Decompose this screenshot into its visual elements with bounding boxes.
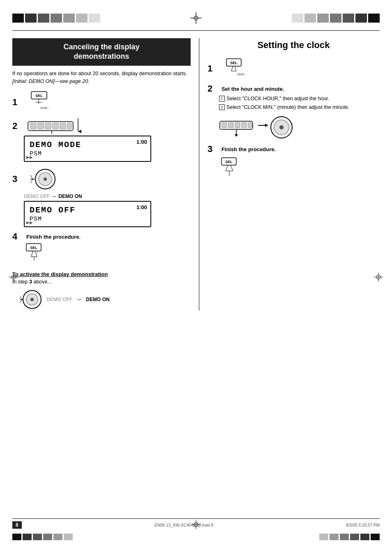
step4-sel-button: SEL [24, 243, 191, 264]
right-step3-sel-button: SEL [219, 157, 380, 179]
right-step-2-header: 2 Set the hour and minute. [208, 84, 380, 93]
svg-point-19 [44, 177, 47, 181]
svg-line-16 [30, 179, 33, 183]
svg-line-28 [20, 299, 22, 303]
svg-line-34 [231, 66, 233, 71]
left-mark-bar [12, 14, 100, 23]
svg-line-15 [30, 175, 33, 179]
right-step-2-knob-row [219, 115, 380, 140]
svg-rect-42 [242, 122, 247, 128]
svg-marker-47 [265, 124, 268, 127]
top-registration-area [0, 0, 392, 29]
svg-point-50 [279, 125, 284, 129]
svg-rect-41 [235, 122, 240, 128]
svg-rect-43 [248, 122, 252, 128]
activate-section: To activate the display demonstration In… [12, 271, 191, 311]
svg-rect-11 [67, 123, 71, 129]
center-crosshair [190, 12, 202, 24]
page-number: 8 [12, 521, 22, 529]
svg-line-23 [35, 251, 37, 257]
rotary-knob-step3 [25, 167, 56, 191]
right-step-2-substeps: 1 Select "CLOCK HOUR," then adjust the h… [219, 95, 380, 111]
svg-line-35 [235, 66, 236, 71]
svg-point-31 [30, 298, 34, 301]
svg-line-27 [20, 296, 22, 299]
left-crosshair [9, 272, 18, 283]
svg-marker-45 [235, 134, 238, 137]
svg-text:SEL: SEL [30, 246, 37, 250]
right-control-bar [219, 117, 256, 138]
right-step-3-header: 3 Finish the procedure. [208, 145, 380, 154]
activate-knob [16, 288, 42, 311]
svg-rect-7 [38, 123, 44, 129]
svg-rect-39 [222, 122, 227, 128]
left-step-1: 1 SEL Hold... [12, 91, 191, 113]
footer-file-info: EN06-13_KW-XC404[UI]f.indd 8 [154, 523, 213, 527]
left-section-header: Canceling the display demonstrations [12, 38, 191, 66]
right-step-1: 1 SEL Hold... [208, 58, 380, 79]
footer-crosshair [191, 520, 201, 530]
left-section-title: Canceling the display demonstrations [20, 42, 183, 62]
right-step-2: 2 Set the hour and minute. 1 Select "CLO… [208, 84, 380, 140]
svg-rect-10 [60, 123, 66, 129]
bottom-registration [0, 531, 392, 543]
intro-text: If no operations are done for about 20 s… [12, 70, 191, 85]
right-section-header: Setting the clock [208, 38, 380, 54]
right-step-1-header: 1 SEL Hold... [208, 58, 380, 79]
right-mark-bar [292, 14, 380, 23]
right-step-3: 3 Finish the procedure. SEL [208, 145, 380, 179]
left-step-2-header: 2 [12, 118, 191, 134]
top-rule [12, 30, 380, 31]
left-step-1-header: 1 SEL Hold... [12, 91, 191, 113]
display-screen-1: DEMO MODE PSM ▶▶ 1:00 [24, 136, 151, 162]
svg-text:SEL: SEL [35, 94, 43, 98]
svg-rect-8 [45, 123, 51, 129]
right-sel-button-step1: SEL Hold... [222, 58, 257, 79]
svg-text:SEL: SEL [225, 160, 233, 164]
svg-text:Hold...: Hold... [237, 72, 247, 76]
right-rotary-knob [268, 115, 295, 140]
svg-rect-40 [228, 122, 233, 128]
control-bar-step2 [27, 118, 76, 134]
svg-line-22 [31, 251, 33, 257]
demo-switch-label: DEMO OFF ↔ DEMO ON [24, 193, 191, 199]
left-step-3-header: 3 [12, 167, 191, 191]
main-content: Canceling the display demonstrations If … [12, 38, 380, 311]
down-arrow-step2 [75, 118, 81, 134]
svg-line-53 [226, 165, 228, 171]
left-column: Canceling the display demonstrations If … [12, 38, 199, 311]
right-crosshair [374, 272, 383, 283]
left-step-2: 2 [12, 118, 191, 162]
right-step2-arrow [256, 117, 268, 138]
activate-demo-row: DEMO OFF ↔ DEMO ON [16, 288, 191, 311]
page-footer: 8 EN06-13_KW-XC404[UI]f.indd 8 8/3/05 6:… [0, 518, 392, 543]
svg-text:Hold...: Hold... [40, 106, 50, 110]
left-step-4: 4 Finish the procedure. SEL [12, 232, 191, 264]
display-screen-2: DEMO OFF PSM ▶▶ 1:00 [24, 201, 151, 227]
svg-rect-9 [53, 123, 58, 129]
right-section-title: Setting the clock [214, 40, 373, 51]
footer-date: 8/3/05 6:20:57 PM [346, 523, 380, 527]
svg-rect-6 [30, 123, 36, 129]
svg-line-54 [231, 165, 233, 171]
sel-button-step1: SEL Hold... [27, 91, 60, 113]
svg-text:SEL: SEL [230, 61, 238, 65]
footer-content: 8 EN06-13_KW-XC404[UI]f.indd 8 8/3/05 6:… [0, 519, 392, 531]
right-column: Setting the clock 1 SEL Hold... 2 [199, 38, 380, 311]
left-step-4-header: 4 Finish the procedure. [12, 232, 191, 241]
left-step-3: 3 DEMO OFF ↔ DEMO [12, 167, 191, 227]
